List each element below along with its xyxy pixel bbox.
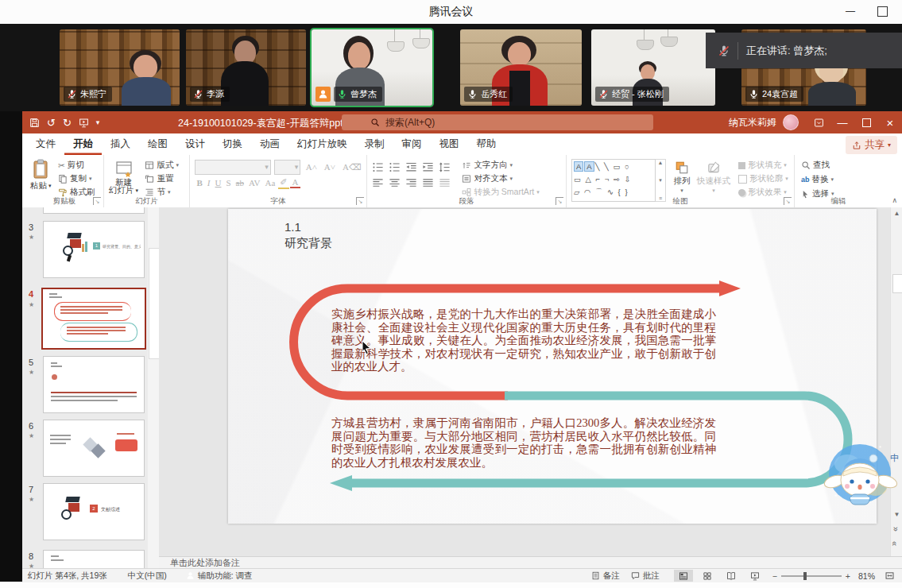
meeting-maximize-button[interactable] — [877, 6, 888, 17]
dialog-launcher-icon[interactable]: ↘ — [93, 197, 101, 205]
notes-pane[interactable]: 单击此处添加备注 — [159, 556, 902, 569]
accessibility-checker[interactable]: 辅助功能: 调查 — [186, 571, 253, 582]
font-name-combo[interactable]: ▾ — [195, 160, 271, 175]
highlight-color-button[interactable]: ✐ — [278, 177, 289, 189]
language-indicator[interactable]: 中文(中国) — [128, 571, 167, 582]
tab-record[interactable]: 录制 — [356, 133, 393, 155]
decrease-font-icon[interactable]: A˅ — [322, 162, 337, 172]
thumbnail-slide3[interactable]: 1 研究背景、目的、意义 — [43, 221, 145, 278]
thumbnail-slide6[interactable] — [43, 420, 145, 477]
ppt-minimize-button[interactable]: — — [830, 111, 854, 133]
customize-quick-access-icon[interactable]: ▾ — [96, 118, 100, 126]
save-icon[interactable] — [29, 118, 40, 128]
undo-icon[interactable]: ↺ — [47, 117, 56, 129]
tab-view[interactable]: 视图 — [431, 133, 468, 155]
strikethrough-button[interactable]: ab — [234, 178, 246, 188]
tab-home[interactable]: 开始 — [64, 133, 102, 155]
align-text-button[interactable]: 对齐文本▾ — [462, 172, 539, 185]
thumbnail-scrollbar[interactable] — [148, 207, 159, 568]
slideshow-icon[interactable] — [79, 118, 89, 128]
paste-button[interactable]: 粘贴▾ — [30, 159, 52, 191]
comments-toggle[interactable]: 批注 — [631, 571, 660, 582]
tab-file[interactable]: 文件 — [27, 133, 64, 155]
justify-icon[interactable] — [422, 177, 434, 189]
video-tile-yuexiuhong[interactable]: 岳秀红 — [460, 29, 582, 106]
bold-button[interactable]: B — [195, 178, 204, 188]
notes-toggle[interactable]: 备注 — [591, 571, 620, 582]
character-spacing-button[interactable]: AV — [246, 178, 261, 188]
find-button[interactable]: 查找 — [801, 159, 834, 172]
font-color-button[interactable]: A — [290, 177, 300, 188]
zoom-in-button[interactable]: + — [846, 571, 850, 581]
italic-button[interactable]: I — [205, 178, 212, 188]
ime-pet-sticker[interactable]: * * * 中 — [823, 432, 900, 510]
dialog-launcher-icon[interactable]: ↘ — [356, 197, 364, 205]
shape-fill-button[interactable]: 形状填充▾ — [738, 159, 788, 172]
new-slide-button[interactable]: 新建 幻灯片▾ — [109, 159, 138, 194]
tab-transitions[interactable]: 切换 — [214, 133, 251, 155]
numbering-icon[interactable] — [389, 161, 401, 173]
shapes-gallery[interactable]: AA╲ ╲ ▭ ○ ▭ △ ⌐ ¬ ⇨ ⇩ ▱ ◠ ⌒ ∿ { } — [571, 159, 656, 202]
ppt-restore-button[interactable] — [854, 111, 878, 133]
account-name[interactable]: 纳瓦米莉姆 — [729, 116, 776, 130]
meeting-minimize-button[interactable]: — — [840, 3, 861, 19]
arrange-button[interactable]: 排列 ▾ — [673, 159, 690, 194]
reading-view-button[interactable] — [722, 570, 741, 582]
video-tile-liyuan[interactable]: 李源 — [186, 29, 306, 106]
ribbon-display-options-icon[interactable] — [807, 111, 830, 133]
reset-button[interactable]: 重置 — [145, 172, 179, 185]
slide-scrollbar-thumb[interactable] — [892, 274, 902, 293]
slide-paragraph-1[interactable]: 实施乡村振兴战略，是党的十九大作出的重大决策部署，是决胜全面建成小康社会、全面建… — [331, 308, 716, 373]
bullets-icon[interactable] — [372, 161, 384, 173]
slide-paragraph-2[interactable]: 方城县营坊村，隶属于河南省南阳市，户籍人口2300多人。解决农业经济发展问题尤为… — [331, 416, 716, 469]
scroll-down-icon[interactable]: ▼ — [891, 511, 902, 518]
underline-button[interactable]: U — [213, 178, 223, 188]
change-case-button[interactable]: Aa — [263, 178, 277, 188]
previous-slide-button[interactable]: « — [890, 527, 900, 532]
quick-styles-button[interactable]: 快速样式 ▾ — [697, 159, 730, 194]
next-slide-button[interactable]: « — [890, 541, 900, 546]
dialog-launcher-icon[interactable]: ↘ — [556, 197, 563, 205]
tab-slideshow[interactable]: 幻灯片放映 — [288, 133, 356, 155]
align-left-icon[interactable] — [372, 177, 384, 189]
columns-icon[interactable] — [439, 177, 451, 189]
search-box[interactable]: 搜索(Alt+Q) — [342, 114, 653, 130]
increase-font-icon[interactable]: A˄ — [304, 162, 319, 172]
cut-button[interactable]: ✂剪切 — [58, 159, 95, 172]
dialog-launcher-icon[interactable]: ↘ — [784, 197, 792, 205]
zoom-slider-thumb[interactable] — [803, 572, 807, 580]
tab-review[interactable]: 审阅 — [393, 133, 431, 155]
scroll-up-icon[interactable]: ▲ — [891, 210, 902, 217]
zoom-slider[interactable] — [781, 575, 842, 577]
share-button[interactable]: 共享 ▾ — [846, 136, 897, 154]
thumbnail-scrollbar-thumb[interactable] — [149, 248, 160, 359]
slide-sorter-button[interactable] — [698, 570, 717, 582]
text-shadow-button[interactable]: S — [224, 178, 233, 188]
align-right-icon[interactable] — [405, 177, 417, 189]
normal-view-button[interactable] — [674, 570, 693, 582]
slideshow-view-button[interactable] — [745, 570, 765, 582]
line-spacing-icon[interactable] — [439, 161, 451, 173]
copy-button[interactable]: 复制▾ — [58, 172, 95, 185]
thumbnail-slide2-partial[interactable] — [43, 207, 145, 214]
decrease-indent-icon[interactable] — [405, 161, 417, 173]
replace-button[interactable]: ab替换▾ — [801, 173, 834, 186]
fit-to-window-button[interactable] — [880, 570, 899, 582]
tab-insert[interactable]: 插入 — [102, 133, 139, 155]
ppt-close-button[interactable]: × — [878, 111, 902, 133]
tab-animations[interactable]: 动画 — [251, 133, 288, 155]
tab-design[interactable]: 设计 — [176, 133, 214, 155]
zoom-out-button[interactable]: − — [772, 571, 777, 581]
shape-outline-button[interactable]: 形状轮廓▾ — [738, 172, 788, 185]
collapse-ribbon-icon[interactable]: ∧ — [892, 196, 897, 204]
thumbnail-slide4-selected[interactable] — [41, 288, 146, 350]
video-tile-zhangsonggang[interactable]: 经贸 - 张松刚 — [591, 29, 715, 106]
text-direction-button[interactable]: 文字方向▾ — [462, 159, 539, 172]
tab-draw[interactable]: 绘图 — [139, 133, 176, 155]
slide-canvas[interactable]: 1.1 研究背景 实施乡村振兴战略，是党的十九大作出的重大决策部署，是决胜全面建… — [228, 209, 877, 524]
font-size-combo[interactable]: ▾ — [274, 160, 300, 175]
increase-indent-icon[interactable] — [422, 161, 434, 173]
thumbnail-slide5[interactable] — [43, 356, 145, 413]
video-tile-zengmengjie[interactable]: 曾梦杰 — [312, 29, 432, 106]
avatar[interactable] — [783, 114, 799, 130]
